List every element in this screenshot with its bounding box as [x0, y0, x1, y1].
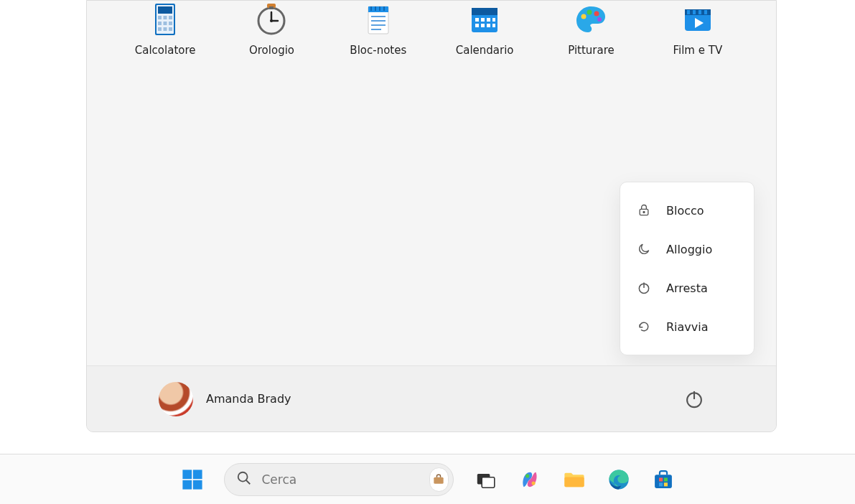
app-movies-tv[interactable]: Film e TV: [663, 1, 733, 57]
moon-icon: [636, 241, 652, 257]
app-paint[interactable]: Pitturare: [556, 1, 626, 57]
notepad-icon: [360, 1, 396, 37]
microsoft-store-button[interactable]: [650, 467, 676, 493]
svg-line-59: [246, 480, 250, 484]
clock-icon: [253, 1, 289, 37]
movies-tv-icon: [680, 1, 716, 37]
calculator-icon: [147, 1, 183, 37]
svg-rect-3: [158, 16, 162, 19]
power-icon: [636, 280, 652, 296]
paint-icon: [573, 1, 609, 37]
svg-rect-2: [158, 6, 172, 14]
app-label: Film e TV: [673, 44, 722, 57]
svg-rect-36: [487, 24, 490, 27]
power-menu-sleep[interactable]: Alloggio: [620, 230, 754, 269]
svg-rect-30: [475, 18, 479, 22]
app-label: Calcolatore: [135, 44, 196, 57]
power-menu-label: Arresta: [666, 281, 708, 295]
app-notepad[interactable]: Bloc-notes: [343, 1, 414, 57]
svg-rect-71: [663, 482, 667, 486]
svg-rect-55: [192, 470, 202, 479]
copilot-button[interactable]: [517, 467, 543, 493]
app-calculator[interactable]: Calcolatore: [130, 1, 200, 57]
power-menu-lock[interactable]: Blocco: [620, 191, 754, 230]
svg-point-40: [594, 11, 599, 17]
svg-rect-67: [655, 475, 672, 488]
svg-point-41: [597, 17, 602, 22]
search-icon: [236, 470, 252, 489]
svg-rect-6: [158, 22, 162, 25]
edge-browser-button[interactable]: [606, 467, 632, 493]
svg-rect-9: [158, 27, 162, 31]
svg-point-39: [587, 10, 592, 15]
power-context-menu: Blocco Alloggio Arresta: [620, 182, 754, 355]
power-button[interactable]: [684, 389, 704, 409]
start-menu-panel: Calcolatore Orologio: [86, 0, 777, 432]
power-menu-restart[interactable]: Riavvia: [620, 307, 754, 346]
svg-point-63: [525, 474, 529, 477]
svg-rect-60: [434, 477, 443, 483]
svg-rect-8: [169, 22, 172, 25]
start-button[interactable]: [179, 467, 205, 493]
power-menu-shutdown[interactable]: Arresta: [620, 269, 754, 307]
calendar-icon: [467, 1, 503, 37]
svg-rect-37: [492, 24, 495, 27]
svg-rect-32: [487, 18, 490, 22]
svg-rect-35: [481, 24, 485, 27]
svg-rect-57: [192, 480, 202, 489]
svg-rect-54: [182, 470, 192, 479]
svg-rect-68: [659, 477, 663, 481]
user-account-button[interactable]: Amanda Brady: [159, 382, 291, 416]
svg-rect-70: [659, 482, 663, 486]
app-calendar[interactable]: Calendario: [449, 1, 520, 57]
file-explorer-button[interactable]: [561, 467, 587, 493]
search-work-badge[interactable]: [429, 467, 449, 492]
svg-rect-62: [482, 477, 495, 487]
svg-rect-47: [704, 10, 707, 14]
svg-rect-14: [269, 6, 274, 9]
restart-icon: [636, 319, 652, 335]
svg-point-64: [531, 481, 535, 485]
power-menu-label: Alloggio: [666, 243, 712, 256]
svg-rect-44: [687, 10, 690, 14]
user-name-label: Amanda Brady: [206, 392, 291, 406]
lock-icon: [636, 202, 652, 218]
app-label: Bloc-notes: [350, 44, 406, 57]
svg-rect-33: [492, 18, 495, 22]
svg-rect-34: [475, 24, 479, 27]
svg-rect-11: [169, 27, 172, 31]
taskbar-search-input[interactable]: [262, 472, 419, 487]
power-menu-label: Blocco: [666, 204, 704, 218]
svg-point-38: [581, 14, 587, 19]
taskbar-search[interactable]: [224, 463, 454, 496]
task-view-button[interactable]: [472, 467, 498, 493]
svg-rect-56: [182, 480, 192, 489]
svg-point-17: [270, 19, 273, 22]
power-menu-label: Riavvia: [666, 320, 709, 334]
user-avatar: [159, 382, 193, 416]
svg-rect-7: [164, 22, 167, 25]
app-label: Calendario: [456, 44, 514, 57]
app-label: Pitturare: [568, 44, 615, 57]
pinned-apps-row: Calcolatore Orologio: [130, 1, 733, 57]
app-label: Orologio: [249, 44, 294, 57]
svg-rect-29: [472, 8, 497, 15]
svg-rect-69: [663, 477, 667, 481]
svg-rect-31: [481, 18, 485, 22]
svg-rect-5: [169, 16, 172, 19]
svg-rect-10: [164, 27, 167, 31]
app-clock[interactable]: Orologio: [236, 1, 307, 57]
svg-rect-46: [699, 10, 701, 14]
taskbar: [0, 454, 855, 504]
svg-rect-65: [564, 477, 584, 487]
svg-point-49: [643, 212, 645, 213]
start-menu-footer: Amanda Brady: [87, 365, 776, 431]
svg-rect-4: [164, 16, 167, 19]
svg-rect-45: [693, 10, 696, 14]
svg-point-58: [238, 472, 247, 481]
